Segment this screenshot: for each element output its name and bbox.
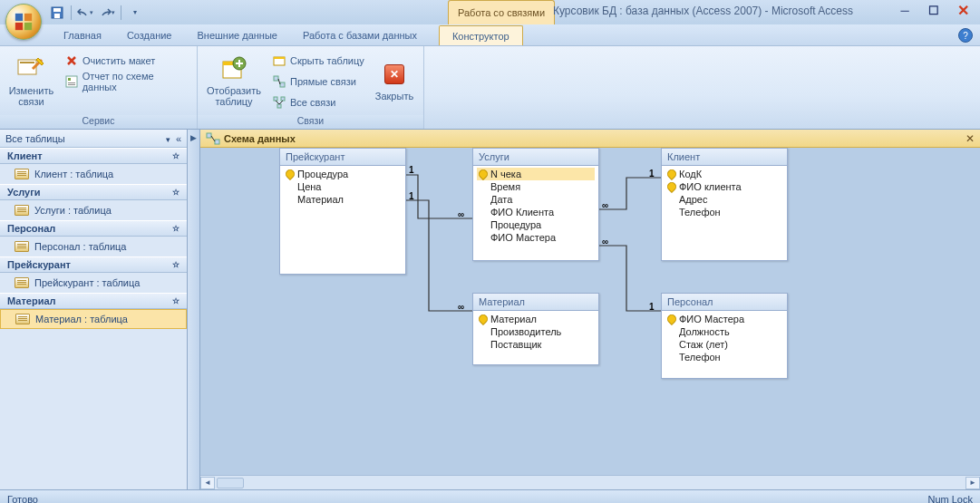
scroll-left-button[interactable]: ◄ <box>200 477 215 489</box>
edit-relationships-button[interactable]: Изменить связи <box>4 49 59 112</box>
qat-customize[interactable]: ▾ <box>125 4 145 22</box>
ribbon-group-relationships: Связи <box>198 115 423 129</box>
svg-rect-24 <box>215 140 219 144</box>
table-field[interactable]: ФИО Мастера <box>665 313 783 325</box>
horizontal-scrollbar[interactable]: ◄ ► <box>200 475 980 489</box>
help-button[interactable]: ? <box>958 28 973 43</box>
show-table-button[interactable]: Отобразить таблицу <box>201 49 267 112</box>
nav-item[interactable]: Персонал : таблица <box>0 237 187 256</box>
ribbon-group-service: Сервис <box>0 115 197 129</box>
hide-table-button[interactable]: Скрыть таблицу <box>268 51 368 71</box>
table-preiskurant[interactable]: ПрейскурантПроцедураЦенаМатериал <box>279 148 406 275</box>
save-button[interactable] <box>47 4 67 22</box>
shutter-bar[interactable]: ▶ <box>188 130 200 489</box>
table-klient[interactable]: КлиентКодКФИО клиентаАдресТелефон <box>661 148 788 261</box>
svg-rect-8 <box>20 62 34 63</box>
table-personal[interactable]: ПерсоналФИО МастераДолжностьСтаж (лет)Те… <box>661 293 788 379</box>
field-spacer <box>667 353 676 362</box>
table-field[interactable]: Телефон <box>665 351 783 363</box>
table-field[interactable]: Материал <box>284 193 402 206</box>
svg-rect-2 <box>15 23 23 30</box>
table-field[interactable]: КодК <box>665 168 783 180</box>
document-area: Схема данных ✕ 1 ∞ 1 ∞ ∞ 1 ∞ 1 Прейскура… <box>200 130 980 489</box>
redo-icon <box>99 7 112 18</box>
direct-relationships-button[interactable]: Прямые связи <box>268 72 368 92</box>
table-field[interactable]: Дата <box>477 193 595 206</box>
nav-item[interactable]: Прейскурант : таблица <box>0 273 187 293</box>
nav-group-header[interactable]: Услуги☆ <box>0 184 187 200</box>
table-icon <box>15 241 29 252</box>
office-button[interactable] <box>5 4 42 40</box>
relationship-report-button[interactable]: Отчет по схеме данных <box>61 72 193 92</box>
window-close-button[interactable]: ✕ <box>951 3 975 17</box>
table-field[interactable]: Должность <box>665 325 783 338</box>
close-button[interactable]: ✕ Закрыть <box>370 49 419 112</box>
scroll-right-button[interactable]: ► <box>965 477 980 489</box>
nav-pane-header[interactable]: Все таблицы ▾ « <box>0 130 187 148</box>
tab-home[interactable]: Главная <box>51 25 114 45</box>
nav-group-header[interactable]: Клиент☆ <box>0 148 187 164</box>
relationships-canvas[interactable]: 1 ∞ 1 ∞ ∞ 1 ∞ 1 ПрейскурантПроцедураЦена… <box>200 148 980 475</box>
table-field[interactable]: Материал <box>477 313 595 325</box>
table-field[interactable]: Время <box>477 180 595 193</box>
table-field[interactable]: Производитель <box>477 325 595 338</box>
scroll-thumb[interactable] <box>217 478 244 488</box>
svg-rect-6 <box>54 14 60 18</box>
ribbon: Изменить связи Очистить макет Отчет по с… <box>0 46 980 130</box>
document-tab[interactable]: Схема данных ✕ <box>200 130 980 148</box>
table-field[interactable]: N чека <box>477 168 595 180</box>
maximize-button[interactable]: ☐ <box>922 3 946 17</box>
primary-key-icon <box>667 169 676 179</box>
report-icon <box>64 74 79 89</box>
field-spacer <box>286 195 295 204</box>
table-field[interactable]: ФИО Мастера <box>477 231 595 244</box>
minimize-button[interactable]: ─ <box>893 3 917 17</box>
svg-rect-23 <box>207 133 211 138</box>
table-field[interactable]: Цена <box>284 180 402 193</box>
table-title: Персонал <box>662 294 787 311</box>
clear-layout-button[interactable]: Очистить макет <box>61 51 193 71</box>
tab-external-data[interactable]: Внешние данные <box>185 25 290 45</box>
tab-design[interactable]: Конструктор <box>439 25 523 45</box>
table-field[interactable]: Телефон <box>665 206 783 218</box>
edit-relationships-icon <box>16 54 45 83</box>
svg-rect-19 <box>280 82 285 87</box>
table-material[interactable]: МатериалМатериалПроизводительПоставщик <box>472 293 599 365</box>
undo-button[interactable]: ▾ <box>75 4 95 22</box>
table-field[interactable]: Процедура <box>284 168 402 180</box>
field-spacer <box>479 195 488 204</box>
table-uslugi[interactable]: УслугиN чекаВремяДатаФИО КлиентаПроцедур… <box>472 148 599 261</box>
nav-group-header[interactable]: Персонал☆ <box>0 220 187 237</box>
field-spacer <box>667 340 676 349</box>
tab-database-tools[interactable]: Работа с базами данных <box>290 25 430 45</box>
table-field[interactable]: Адрес <box>665 193 783 206</box>
table-field[interactable]: Стаж (лет) <box>665 338 783 351</box>
table-title: Материал <box>473 294 598 311</box>
table-title: Прейскурант <box>280 149 405 166</box>
all-rel-icon <box>272 95 286 110</box>
table-title: Клиент <box>662 149 787 166</box>
nav-group-header[interactable]: Материал☆ <box>0 293 187 309</box>
primary-key-icon <box>286 169 295 179</box>
undo-icon <box>77 7 90 18</box>
close-icon: ✕ <box>384 64 404 84</box>
field-spacer <box>667 327 676 336</box>
field-spacer <box>667 195 676 204</box>
table-icon <box>15 169 29 179</box>
document-close-button[interactable]: ✕ <box>965 132 975 145</box>
field-spacer <box>479 208 488 217</box>
table-field[interactable]: ФИО Клиента <box>477 206 595 218</box>
all-relationships-button[interactable]: Все связи <box>268 92 368 112</box>
table-field[interactable]: ФИО клиента <box>665 180 783 193</box>
nav-item[interactable]: Клиент : таблица <box>0 164 187 184</box>
tab-create[interactable]: Создание <box>114 25 185 45</box>
primary-key-icon <box>667 182 676 191</box>
nav-group-header[interactable]: Прейскурант☆ <box>0 256 187 273</box>
nav-item[interactable]: Материал : таблица <box>0 309 187 329</box>
redo-button[interactable]: ▾ <box>97 4 117 22</box>
table-field[interactable]: Поставщик <box>477 338 595 351</box>
svg-rect-3 <box>24 23 32 30</box>
primary-key-icon <box>479 314 488 324</box>
table-field[interactable]: Процедура <box>477 218 595 231</box>
nav-item[interactable]: Услуги : таблица <box>0 200 187 220</box>
